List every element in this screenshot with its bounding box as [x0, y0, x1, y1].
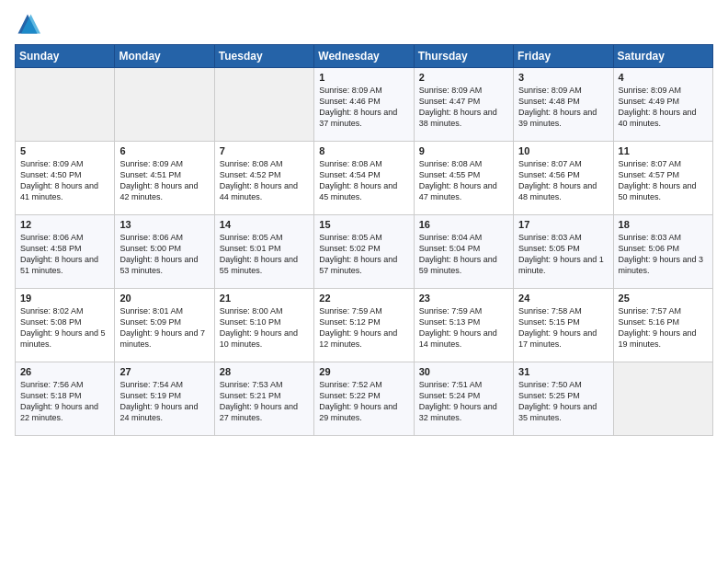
cell-info: Sunrise: 8:08 AM Sunset: 4:55 PM Dayligh…	[419, 158, 508, 203]
cell-info: Sunrise: 8:02 AM Sunset: 5:08 PM Dayligh…	[20, 305, 109, 350]
day-number: 22	[319, 293, 408, 304]
calendar-cell: 2Sunrise: 8:09 AM Sunset: 4:47 PM Daylig…	[414, 68, 513, 142]
calendar-cell: 14Sunrise: 8:05 AM Sunset: 5:01 PM Dayli…	[214, 215, 313, 289]
cell-info: Sunrise: 7:52 AM Sunset: 5:22 PM Dayligh…	[319, 379, 408, 424]
calendar-cell: 18Sunrise: 8:03 AM Sunset: 5:06 PM Dayli…	[613, 215, 712, 289]
cell-info: Sunrise: 8:07 AM Sunset: 4:57 PM Dayligh…	[619, 158, 708, 203]
cell-info: Sunrise: 7:53 AM Sunset: 5:21 PM Dayligh…	[220, 379, 309, 424]
day-number: 28	[220, 366, 309, 377]
calendar-cell: 21Sunrise: 8:00 AM Sunset: 5:10 PM Dayli…	[214, 289, 313, 362]
calendar-cell: 31Sunrise: 7:50 AM Sunset: 5:25 PM Dayli…	[514, 362, 613, 436]
cell-info: Sunrise: 7:56 AM Sunset: 5:18 PM Dayligh…	[20, 379, 109, 424]
calendar-cell: 23Sunrise: 7:59 AM Sunset: 5:13 PM Dayli…	[414, 289, 513, 362]
day-number: 29	[319, 366, 408, 377]
cell-info: Sunrise: 7:59 AM Sunset: 5:13 PM Dayligh…	[419, 305, 508, 350]
day-number: 10	[518, 145, 608, 156]
dow-header-friday: Friday	[514, 45, 613, 68]
day-number: 13	[119, 219, 209, 230]
cell-info: Sunrise: 8:03 AM Sunset: 5:05 PM Dayligh…	[518, 232, 608, 277]
day-number: 5	[20, 145, 109, 156]
calendar-cell: 22Sunrise: 7:59 AM Sunset: 5:12 PM Dayli…	[314, 289, 414, 362]
header	[15, 11, 713, 37]
day-number: 30	[419, 366, 508, 377]
calendar-cell: 1Sunrise: 8:09 AM Sunset: 4:46 PM Daylig…	[314, 68, 414, 142]
cell-info: Sunrise: 8:03 AM Sunset: 5:06 PM Dayligh…	[619, 232, 708, 277]
dow-header-sunday: Sunday	[16, 45, 115, 68]
calendar-cell	[16, 68, 115, 142]
day-number: 7	[220, 145, 309, 156]
calendar-cell: 26Sunrise: 7:56 AM Sunset: 5:18 PM Dayli…	[16, 362, 115, 436]
day-number: 19	[20, 293, 109, 304]
cell-info: Sunrise: 8:00 AM Sunset: 5:10 PM Dayligh…	[220, 305, 309, 350]
cell-info: Sunrise: 7:58 AM Sunset: 5:15 PM Dayligh…	[518, 305, 608, 350]
day-number: 2	[419, 72, 508, 83]
logo-icon	[15, 11, 40, 37]
day-number: 31	[518, 366, 608, 377]
calendar-cell: 29Sunrise: 7:52 AM Sunset: 5:22 PM Dayli…	[314, 362, 414, 436]
calendar-week-row: 1Sunrise: 8:09 AM Sunset: 4:46 PM Daylig…	[16, 68, 713, 142]
calendar-week-row: 19Sunrise: 8:02 AM Sunset: 5:08 PM Dayli…	[16, 289, 713, 362]
dow-header-saturday: Saturday	[613, 45, 712, 68]
calendar-cell: 24Sunrise: 7:58 AM Sunset: 5:15 PM Dayli…	[514, 289, 613, 362]
calendar-header-row: SundayMondayTuesdayWednesdayThursdayFrid…	[16, 45, 713, 68]
calendar-cell: 17Sunrise: 8:03 AM Sunset: 5:05 PM Dayli…	[514, 215, 613, 289]
day-number: 18	[619, 219, 708, 230]
day-number: 21	[220, 293, 309, 304]
calendar-cell: 5Sunrise: 8:09 AM Sunset: 4:50 PM Daylig…	[16, 142, 115, 215]
calendar-cell: 10Sunrise: 8:07 AM Sunset: 4:56 PM Dayli…	[514, 142, 613, 215]
cell-info: Sunrise: 8:09 AM Sunset: 4:49 PM Dayligh…	[619, 85, 708, 130]
dow-header-wednesday: Wednesday	[314, 45, 414, 68]
calendar-cell: 3Sunrise: 8:09 AM Sunset: 4:48 PM Daylig…	[514, 68, 613, 142]
calendar-cell: 27Sunrise: 7:54 AM Sunset: 5:19 PM Dayli…	[115, 362, 214, 436]
cell-info: Sunrise: 8:09 AM Sunset: 4:51 PM Dayligh…	[119, 158, 209, 203]
day-number: 8	[319, 145, 408, 156]
calendar-page: SundayMondayTuesdayWednesdayThursdayFrid…	[0, 0, 728, 563]
day-number: 16	[419, 219, 508, 230]
calendar-cell: 20Sunrise: 8:01 AM Sunset: 5:09 PM Dayli…	[115, 289, 214, 362]
day-number: 9	[419, 145, 508, 156]
cell-info: Sunrise: 8:06 AM Sunset: 4:58 PM Dayligh…	[20, 232, 109, 277]
calendar-week-row: 26Sunrise: 7:56 AM Sunset: 5:18 PM Dayli…	[16, 362, 713, 436]
cell-info: Sunrise: 8:06 AM Sunset: 5:00 PM Dayligh…	[119, 232, 209, 277]
day-number: 24	[518, 293, 608, 304]
day-number: 14	[220, 219, 309, 230]
cell-info: Sunrise: 7:59 AM Sunset: 5:12 PM Dayligh…	[319, 305, 408, 350]
cell-info: Sunrise: 7:54 AM Sunset: 5:19 PM Dayligh…	[119, 379, 209, 424]
day-number: 15	[319, 219, 408, 230]
cell-info: Sunrise: 8:08 AM Sunset: 4:52 PM Dayligh…	[220, 158, 309, 203]
calendar-cell: 28Sunrise: 7:53 AM Sunset: 5:21 PM Dayli…	[214, 362, 313, 436]
cell-info: Sunrise: 8:09 AM Sunset: 4:47 PM Dayligh…	[419, 85, 508, 130]
cell-info: Sunrise: 8:07 AM Sunset: 4:56 PM Dayligh…	[518, 158, 608, 203]
day-number: 27	[119, 366, 209, 377]
calendar-cell: 9Sunrise: 8:08 AM Sunset: 4:55 PM Daylig…	[414, 142, 513, 215]
cell-info: Sunrise: 8:09 AM Sunset: 4:50 PM Dayligh…	[20, 158, 109, 203]
dow-header-monday: Monday	[115, 45, 214, 68]
day-number: 26	[20, 366, 109, 377]
day-number: 3	[518, 72, 608, 83]
calendar-cell: 30Sunrise: 7:51 AM Sunset: 5:24 PM Dayli…	[414, 362, 513, 436]
day-number: 17	[518, 219, 608, 230]
calendar-cell: 13Sunrise: 8:06 AM Sunset: 5:00 PM Dayli…	[115, 215, 214, 289]
calendar-cell: 25Sunrise: 7:57 AM Sunset: 5:16 PM Dayli…	[613, 289, 712, 362]
calendar-week-row: 12Sunrise: 8:06 AM Sunset: 4:58 PM Dayli…	[16, 215, 713, 289]
calendar-cell: 12Sunrise: 8:06 AM Sunset: 4:58 PM Dayli…	[16, 215, 115, 289]
calendar-cell: 4Sunrise: 8:09 AM Sunset: 4:49 PM Daylig…	[613, 68, 712, 142]
dow-header-thursday: Thursday	[414, 45, 513, 68]
calendar-cell	[214, 68, 313, 142]
calendar-cell	[613, 362, 712, 436]
calendar-cell: 15Sunrise: 8:05 AM Sunset: 5:02 PM Dayli…	[314, 215, 414, 289]
cell-info: Sunrise: 8:09 AM Sunset: 4:48 PM Dayligh…	[518, 85, 608, 130]
day-number: 20	[119, 293, 209, 304]
cell-info: Sunrise: 7:50 AM Sunset: 5:25 PM Dayligh…	[518, 379, 608, 424]
day-number: 11	[619, 145, 708, 156]
cell-info: Sunrise: 8:04 AM Sunset: 5:04 PM Dayligh…	[419, 232, 508, 277]
cell-info: Sunrise: 8:05 AM Sunset: 5:01 PM Dayligh…	[220, 232, 309, 277]
calendar-cell: 16Sunrise: 8:04 AM Sunset: 5:04 PM Dayli…	[414, 215, 513, 289]
calendar-cell: 19Sunrise: 8:02 AM Sunset: 5:08 PM Dayli…	[16, 289, 115, 362]
calendar-week-row: 5Sunrise: 8:09 AM Sunset: 4:50 PM Daylig…	[16, 142, 713, 215]
calendar-cell: 8Sunrise: 8:08 AM Sunset: 4:54 PM Daylig…	[314, 142, 414, 215]
calendar-cell: 6Sunrise: 8:09 AM Sunset: 4:51 PM Daylig…	[115, 142, 214, 215]
calendar-table: SundayMondayTuesdayWednesdayThursdayFrid…	[15, 44, 713, 436]
cell-info: Sunrise: 8:01 AM Sunset: 5:09 PM Dayligh…	[119, 305, 209, 350]
calendar-cell: 7Sunrise: 8:08 AM Sunset: 4:52 PM Daylig…	[214, 142, 313, 215]
